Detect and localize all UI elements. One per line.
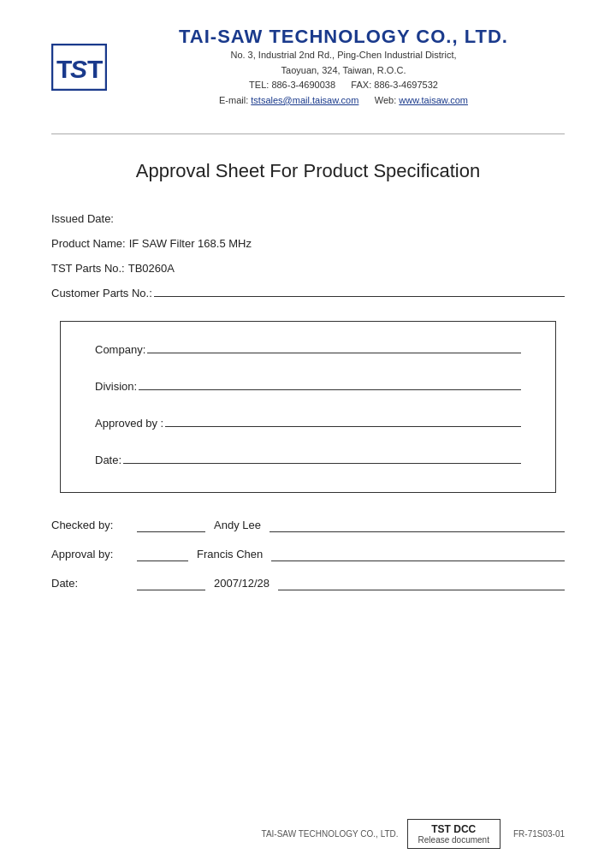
footer-dcc-sub: Release document — [418, 835, 489, 845]
division-row: Division: — [95, 380, 521, 393]
bottom-date-row: Date: 2007/12/28 — [51, 577, 565, 590]
title-section: Approval Sheet For Product Specification — [51, 160, 565, 182]
footer-dcc-box: TST DCC Release document — [407, 819, 500, 849]
svg-text:S: S — [70, 55, 87, 83]
bottom-section: Checked by: Andy Lee Approval by: Franci… — [51, 519, 565, 590]
approval-box: Company: Division: Approved by : Date: — [60, 321, 556, 493]
date-underline — [123, 463, 521, 464]
date-row: Date: — [95, 454, 521, 466]
approved-by-label: Approved by : — [95, 417, 163, 430]
customer-parts-row: Customer Parts No.: — [51, 287, 565, 300]
page: T S T TAI-SAW TECHNOLOGY CO., LTD. No. 3… — [0, 0, 616, 866]
address-line1: No. 3, Industrial 2nd Rd., Ping-Chen Ind… — [122, 48, 565, 63]
header: T S T TAI-SAW TECHNOLOGY CO., LTD. No. 3… — [51, 26, 565, 108]
checked-by-label: Checked by: — [51, 519, 137, 531]
company-details: No. 3, Industrial 2nd Rd., Ping-Chen Ind… — [122, 48, 565, 108]
issued-date-row: Issued Date: — [51, 212, 565, 225]
tst-logo: T S T — [51, 44, 107, 91]
footer: TAI-SAW TECHNOLOGY CO., LTD. TST DCC Rel… — [51, 819, 565, 849]
approval-by-label: Approval by: — [51, 548, 137, 561]
company-info: TAI-SAW TECHNOLOGY CO., LTD. No. 3, Indu… — [122, 26, 565, 108]
contact-line: TEL: 886-3-4690038 FAX: 886-3-4697532 — [122, 78, 565, 93]
approved-by-row: Approved by : — [95, 417, 521, 430]
header-divider — [51, 133, 565, 134]
footer-dcc-title: TST DCC — [418, 823, 489, 835]
product-name-row: Product Name: IF SAW Filter 168.5 MHz — [51, 237, 565, 250]
customer-parts-label: Customer Parts No.: — [51, 287, 152, 300]
email-label: E-mail: — [219, 95, 248, 105]
checked-by-value: Andy Lee — [205, 519, 270, 531]
company-row: Company: — [95, 343, 521, 356]
bottom-date-value: 2007/12/28 — [205, 577, 278, 590]
company-underline — [147, 353, 521, 353]
bottom-date-label: Date: — [51, 577, 137, 590]
approval-by-value: Francis Chen — [188, 548, 271, 561]
product-name-label: Product Name: — [51, 237, 126, 250]
division-label: Division: — [95, 380, 137, 393]
tel: TEL: 886-3-4690038 — [249, 80, 335, 90]
product-name-value: IF SAW Filter 168.5 MHz — [129, 237, 252, 250]
web-label: Web: — [375, 95, 396, 105]
fax: FAX: 886-3-4697532 — [351, 80, 438, 90]
approved-by-underline — [165, 426, 521, 427]
customer-parts-underline — [154, 296, 565, 297]
company-name: TAI-SAW TECHNOLOGY CO., LTD. — [122, 26, 565, 48]
tst-parts-label: TST Parts No.: — [51, 262, 125, 275]
footer-doc-number: FR-71S03-01 — [513, 829, 565, 839]
tst-parts-row: TST Parts No.: TB0260A — [51, 262, 565, 275]
page-title: Approval Sheet For Product Specification — [51, 160, 565, 182]
company-label: Company: — [95, 343, 145, 356]
checked-by-row: Checked by: Andy Lee — [51, 519, 565, 532]
footer-company: TAI-SAW TECHNOLOGY CO., LTD. — [262, 829, 399, 839]
box-date-label: Date: — [95, 454, 121, 466]
tst-parts-value: TB0260A — [128, 262, 175, 275]
svg-text:T: T — [87, 55, 103, 83]
address-line2: Taoyuan, 324, Taiwan, R.O.C. — [122, 63, 565, 79]
approval-by-row: Approval by: Francis Chen — [51, 548, 565, 561]
issued-date-label: Issued Date: — [51, 212, 114, 225]
info-section: Issued Date: Product Name: IF SAW Filter… — [51, 212, 565, 300]
email-web-line: E-mail: tstsales@mail.taisaw.com Web: ww… — [122, 93, 565, 109]
division-underline — [139, 389, 521, 390]
email-link[interactable]: tstsales@mail.taisaw.com — [251, 95, 358, 105]
web-link[interactable]: www.taisaw.com — [399, 95, 468, 105]
